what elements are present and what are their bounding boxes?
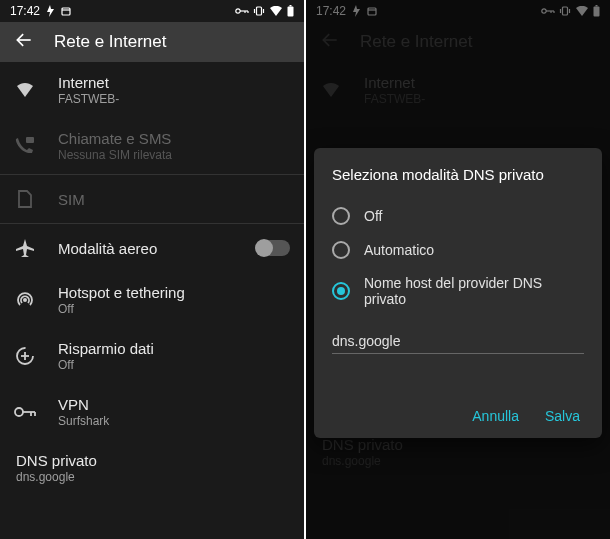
radio-icon: [332, 282, 350, 300]
radio-label: Automatico: [364, 242, 434, 258]
item-calls: Chiamate e SMS Nessuna SIM rilevata: [0, 118, 304, 174]
battery-icon: [287, 5, 294, 17]
back-icon[interactable]: [14, 30, 34, 54]
wifi-icon: [269, 6, 283, 16]
svg-rect-9: [290, 5, 292, 7]
svg-point-17: [15, 408, 23, 416]
key-icon: [235, 7, 249, 15]
svg-rect-0: [62, 8, 70, 15]
vibrate-icon: [253, 6, 265, 16]
item-title: VPN: [58, 396, 290, 413]
item-sub: Off: [58, 302, 290, 316]
item-title: Risparmio dati: [58, 340, 290, 357]
item-sub: Nessuna SIM rilevata: [58, 148, 290, 162]
status-time: 17:42: [10, 4, 40, 18]
item-title: Hotspot e tethering: [58, 284, 290, 301]
item-internet[interactable]: Internet FASTWEB-: [0, 62, 304, 118]
svg-point-2: [236, 9, 240, 13]
radio-label: Off: [364, 208, 382, 224]
item-vpn[interactable]: VPN Surfshark: [0, 384, 304, 440]
item-title: DNS privato: [16, 452, 290, 469]
svg-rect-12: [26, 137, 34, 143]
item-dns[interactable]: DNS privato dns.google: [0, 440, 304, 496]
item-datasaver[interactable]: Risparmio dati Off: [0, 328, 304, 384]
vpn-key-icon: [14, 406, 36, 418]
screen-settings: 17:42 Rete e Internet Internet FASTWEB- …: [0, 0, 304, 539]
save-button[interactable]: Salva: [545, 408, 580, 424]
radio-custom[interactable]: Nome host del provider DNS privato: [332, 267, 584, 315]
item-airplane[interactable]: Modalità aereo: [0, 224, 304, 272]
radio-label: Nome host del provider DNS privato: [364, 275, 584, 307]
item-title: Chiamate e SMS: [58, 130, 290, 147]
item-sub: Surfshark: [58, 414, 290, 428]
app-bar: Rete e Internet: [0, 22, 304, 62]
radio-off[interactable]: Off: [332, 199, 584, 233]
svg-rect-10: [288, 7, 294, 17]
calendar-icon: [61, 6, 71, 16]
svg-point-13: [23, 298, 27, 302]
dialog-title: Seleziona modalità DNS privato: [332, 166, 584, 183]
settings-list: Internet FASTWEB- Chiamate e SMS Nessuna…: [0, 62, 304, 496]
radio-auto[interactable]: Automatico: [332, 233, 584, 267]
sim-icon: [14, 189, 36, 209]
phone-sms-icon: [14, 137, 36, 155]
page-title: Rete e Internet: [54, 32, 166, 52]
item-sim: SIM: [0, 175, 304, 223]
hotspot-icon: [14, 290, 36, 310]
item-hotspot[interactable]: Hotspot e tethering Off: [0, 272, 304, 328]
datasaver-icon: [14, 346, 36, 366]
airplane-switch[interactable]: [256, 240, 290, 256]
dns-hostname-input[interactable]: [332, 329, 584, 354]
bolt-icon: [46, 5, 55, 17]
cancel-button[interactable]: Annulla: [472, 408, 519, 424]
item-title: Internet: [58, 74, 290, 91]
svg-rect-6: [257, 7, 262, 15]
airplane-icon: [14, 238, 36, 258]
item-title: Modalità aereo: [58, 240, 234, 257]
wifi-icon: [14, 82, 36, 98]
item-sub: Off: [58, 358, 290, 372]
item-sub: FASTWEB-: [58, 92, 290, 106]
radio-icon: [332, 241, 350, 259]
screen-dialog: 17:42 Rete e Internet Internet FASTWEB- …: [306, 0, 610, 539]
item-title: SIM: [58, 191, 290, 208]
item-sub: dns.google: [16, 470, 290, 484]
radio-icon: [332, 207, 350, 225]
status-bar: 17:42: [0, 0, 304, 22]
dns-dialog: Seleziona modalità DNS privato Off Autom…: [314, 148, 602, 438]
